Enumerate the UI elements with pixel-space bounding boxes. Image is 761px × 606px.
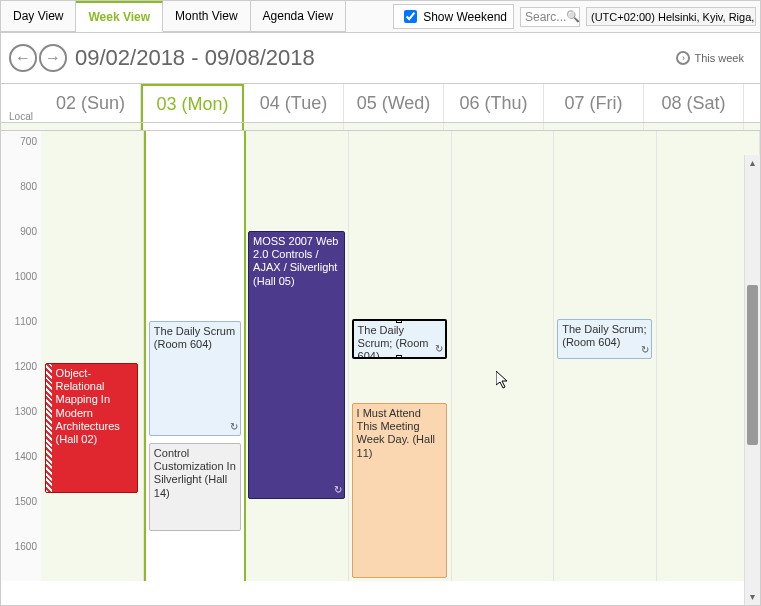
- day-header-mon[interactable]: 03 (Mon): [141, 84, 244, 122]
- nav-arrows: ← →: [9, 44, 67, 72]
- event-orm-label: Object-Relational Mapping In Modern Arch…: [56, 367, 133, 446]
- allday-tue[interactable]: [244, 123, 344, 130]
- time-1000: 1000: [15, 271, 37, 282]
- event-must-attend[interactable]: I Must Attend This Meeting Week Day. (Ha…: [352, 403, 447, 578]
- show-weekend-label: Show Weekend: [423, 10, 507, 24]
- show-weekend-checkbox[interactable]: Show Weekend: [393, 4, 514, 29]
- prev-week-button[interactable]: ←: [9, 44, 37, 72]
- event-scrum-fri[interactable]: The Daily Scrum; (Room 604) ↻: [557, 319, 652, 359]
- time-1200: 1200: [15, 361, 37, 372]
- vertical-scrollbar[interactable]: ▴ ▾: [744, 155, 760, 605]
- next-week-button[interactable]: →: [39, 44, 67, 72]
- day-header-sun[interactable]: 02 (Sun): [41, 84, 141, 122]
- show-weekend-input[interactable]: [404, 10, 417, 23]
- allday-row: [1, 123, 760, 131]
- recur-icon: ↻: [641, 344, 649, 356]
- event-scrum-wed[interactable]: The Daily Scrum; (Room 604) ↻: [352, 319, 447, 359]
- search-input[interactable]: Searc... 🔍: [520, 7, 580, 27]
- event-moss[interactable]: MOSS 2007 Web 2.0 Controls / AJAX / Silv…: [248, 231, 345, 499]
- event-moss-label: MOSS 2007 Web 2.0 Controls / AJAX / Silv…: [253, 235, 338, 287]
- ruler-label: Local: [1, 84, 41, 122]
- time-1500: 1500: [15, 496, 37, 507]
- event-orm[interactable]: Object-Relational Mapping In Modern Arch…: [45, 363, 138, 493]
- event-scrum-fri-label: The Daily Scrum; (Room 604): [562, 323, 646, 348]
- tab-day-view[interactable]: Day View: [1, 1, 76, 32]
- day-header-wed[interactable]: 05 (Wed): [344, 84, 444, 122]
- toolbar: Day View Week View Month View Agenda Vie…: [1, 1, 760, 33]
- time-ruler: 700 800 900 1000 1100 1200 1300 1400 150…: [1, 131, 41, 581]
- time-1600: 1600: [15, 541, 37, 552]
- time-1300: 1300: [15, 406, 37, 417]
- resize-handle-bottom[interactable]: [396, 355, 402, 359]
- view-tabs: Day View Week View Month View Agenda Vie…: [1, 1, 346, 32]
- scroll-down-button[interactable]: ▾: [745, 589, 760, 605]
- date-range: 09/02/2018 - 09/08/2018: [75, 45, 315, 71]
- scroll-up-button[interactable]: ▴: [745, 155, 760, 171]
- search-placeholder: Searc...: [525, 10, 566, 24]
- timezone-label: (UTC+02:00) Helsinki, Kyiv, Riga, ...: [591, 11, 756, 23]
- col-thu[interactable]: [452, 131, 555, 581]
- event-scrum-wed-label: The Daily Scrum; (Room 604): [358, 324, 429, 359]
- recur-icon: ↻: [230, 421, 238, 433]
- timezone-select[interactable]: (UTC+02:00) Helsinki, Kyiv, Riga, ... ▾: [586, 7, 756, 26]
- allday-wed[interactable]: [344, 123, 444, 130]
- event-scrum-mon-label: The Daily Scrum (Room 604): [154, 325, 235, 350]
- calendar-grid: 700 800 900 1000 1100 1200 1300 1400 150…: [1, 131, 760, 581]
- day-header-tue[interactable]: 04 (Tue): [244, 84, 344, 122]
- tab-week-view[interactable]: Week View: [76, 1, 163, 32]
- event-must-attend-label: I Must Attend This Meeting Week Day. (Ha…: [357, 407, 435, 459]
- resize-handle-top[interactable]: [396, 319, 402, 323]
- nav-row: ← → 09/02/2018 - 09/08/2018 › This week: [1, 33, 760, 83]
- recur-icon: ↻: [334, 484, 342, 496]
- allday-mon[interactable]: [141, 123, 244, 130]
- time-1400: 1400: [15, 451, 37, 462]
- col-sun[interactable]: [41, 131, 144, 581]
- toolbar-right: Show Weekend Searc... 🔍 (UTC+02:00) Hels…: [393, 4, 760, 29]
- search-icon: 🔍: [566, 10, 580, 23]
- recur-icon: ↻: [435, 343, 443, 355]
- tab-month-view[interactable]: Month View: [163, 1, 250, 32]
- allday-fri[interactable]: [544, 123, 644, 130]
- allday-sun[interactable]: [41, 123, 141, 130]
- time-0800: 800: [20, 181, 37, 192]
- event-silverlight-label: Control Customization In Silverlight (Ha…: [154, 447, 236, 499]
- time-0700: 700: [20, 136, 37, 147]
- day-headers: Local 02 (Sun) 03 (Mon) 04 (Tue) 05 (Wed…: [1, 83, 760, 123]
- this-week-label: This week: [694, 52, 744, 64]
- time-1100: 1100: [15, 316, 37, 327]
- allday-thu[interactable]: [444, 123, 544, 130]
- grid-columns[interactable]: Object-Relational Mapping In Modern Arch…: [41, 131, 760, 581]
- day-header-sat[interactable]: 08 (Sat): [644, 84, 744, 122]
- event-scrum-mon[interactable]: The Daily Scrum (Room 604) ↻: [149, 321, 241, 436]
- tab-agenda-view[interactable]: Agenda View: [251, 1, 347, 32]
- day-header-fri[interactable]: 07 (Fri): [544, 84, 644, 122]
- scroll-thumb[interactable]: [747, 285, 758, 445]
- day-header-thu[interactable]: 06 (Thu): [444, 84, 544, 122]
- event-silverlight[interactable]: Control Customization In Silverlight (Ha…: [149, 443, 241, 531]
- time-0900: 900: [20, 226, 37, 237]
- this-week-button[interactable]: › This week: [676, 51, 752, 65]
- this-week-icon: ›: [676, 51, 690, 65]
- allday-sat[interactable]: [644, 123, 744, 130]
